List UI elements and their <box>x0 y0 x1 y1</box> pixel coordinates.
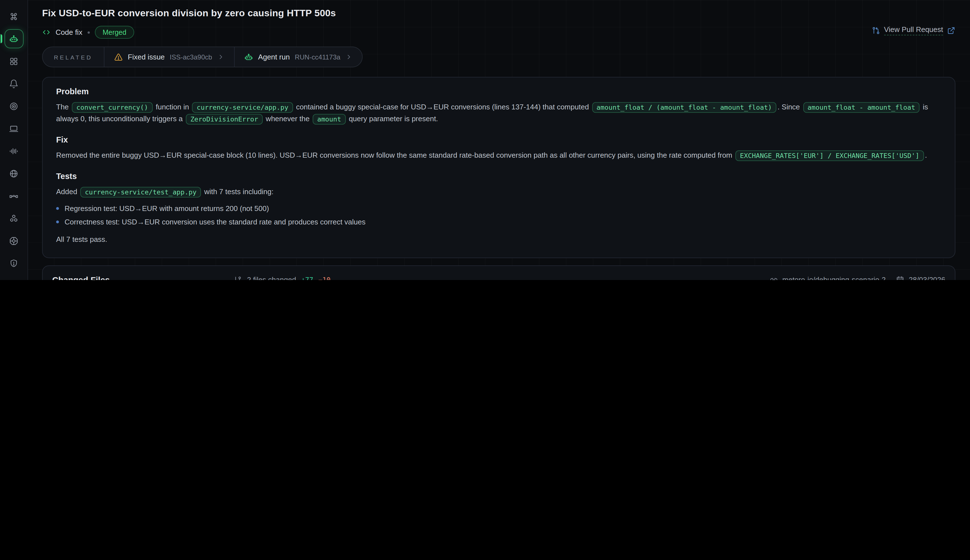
inline-code-chip: currency-service/app.py <box>192 102 293 113</box>
chevron-right-icon <box>346 53 353 61</box>
text-run: function in <box>154 103 191 111</box>
external-link-icon <box>947 26 955 35</box>
sidebar-item-command[interactable] <box>4 7 23 26</box>
git-branch-icon <box>234 276 242 280</box>
robot-icon <box>244 52 253 62</box>
sidebar-item-waveform[interactable] <box>4 142 23 160</box>
related-item-label: Fixed issue <box>128 53 165 61</box>
related-fixed-issue[interactable]: Fixed issue ISS-ac3a90cb <box>104 47 234 67</box>
view-pull-request-link[interactable]: View Pull Request <box>871 25 955 35</box>
related-label: RELATED <box>43 53 104 60</box>
sidebar-item-shield-alert[interactable] <box>4 253 23 273</box>
text-run: whenever the <box>264 115 312 123</box>
repo-meta: metoro-io/debugging-scenario-2 28/03/202… <box>769 276 945 280</box>
sidebar-item-cubes[interactable] <box>4 209 23 228</box>
tests-bullet-list: Regression test: USD→EUR with amount ret… <box>56 205 942 227</box>
related-item-id: ISS-ac3a90cb <box>170 53 212 61</box>
dot-separator <box>87 31 90 33</box>
text-run: contained a buggy special-case for USD→E… <box>294 103 591 111</box>
repo-link[interactable]: metoro-io/debugging-scenario-2 <box>769 276 886 280</box>
main-content: Fix USD-to-EUR conversion division by ze… <box>28 0 970 280</box>
related-item-label: Agent run <box>258 53 290 61</box>
text-run: The <box>56 103 71 111</box>
bullet-text: Regression test: USD→EUR with amount ret… <box>65 205 269 213</box>
bullet-text: Correctness test: USD→EUR conversion use… <box>65 218 366 227</box>
header-meta-row: Code fix Merged View Pull Request <box>42 25 955 40</box>
chevron-right-icon <box>217 53 225 61</box>
page-title: Fix USD-to-EUR conversion division by ze… <box>42 8 955 19</box>
test-bullet: Regression test: USD→EUR with amount ret… <box>56 205 942 213</box>
diff-stats: 2 files changed +77 −10 <box>234 276 331 280</box>
sidebar-item-dashboard-grid[interactable] <box>4 52 23 71</box>
text-run: query parameter is present. <box>347 115 438 123</box>
sidebar-nav <box>4 7 23 280</box>
related-agent-run[interactable]: Agent run RUN-cc41173a <box>234 47 362 67</box>
changed-files-card: Changed Files 2 files changed +77 −10 me… <box>42 266 955 280</box>
text-run: with 7 tests including: <box>202 188 273 196</box>
inline-code-chip: amount_float / (amount_float - amount_fl… <box>592 102 776 113</box>
sidebar-item-globe[interactable] <box>4 164 23 183</box>
repo-name: metoro-io/debugging-scenario-2 <box>782 276 886 280</box>
view-pull-request-label: View Pull Request <box>884 25 943 35</box>
calendar-icon <box>896 276 904 280</box>
changed-files-header: Changed Files 2 files changed +77 −10 me… <box>52 275 945 280</box>
sidebar <box>0 0 28 280</box>
sidebar-item-pipeline[interactable] <box>4 186 23 205</box>
inline-code-chip: EXCHANGE_RATES['EUR'] / EXCHANGE_RATES['… <box>735 150 924 161</box>
problem-paragraph: The convert_currency() function in curre… <box>56 101 942 125</box>
problem-heading: Problem <box>56 87 942 96</box>
sidebar-item-telescope[interactable] <box>4 276 23 280</box>
related-bar: RELATED Fixed issue ISS-ac3a90cb Agent r… <box>42 47 363 67</box>
run-type-label: Code fix <box>55 28 82 37</box>
test-bullet: Correctness test: USD→EUR conversion use… <box>56 218 942 227</box>
related-item-id: RUN-cc41173a <box>295 53 340 61</box>
sidebar-item-robot[interactable] <box>4 29 23 48</box>
link-icon <box>769 276 778 280</box>
deletions-count: −10 <box>318 276 331 280</box>
date-label: 28/03/2026 <box>909 276 945 280</box>
inline-code-chip: currency-service/test_app.py <box>80 187 201 198</box>
sidebar-item-mesh-gear[interactable] <box>4 231 23 250</box>
changed-files-heading: Changed Files <box>52 275 222 280</box>
text-run: . Since <box>778 103 802 111</box>
status-badge: Merged <box>95 26 134 39</box>
inline-code-chip: ZeroDivisionError <box>186 113 263 124</box>
additions-count: +77 <box>301 276 313 280</box>
text-run: . <box>925 151 927 159</box>
fix-paragraph: Removed the entire buggy USD→EUR special… <box>56 149 942 161</box>
sidebar-item-laptop[interactable] <box>4 119 23 138</box>
files-changed-count: 2 files changed <box>247 276 296 280</box>
app-window: Fix USD-to-EUR conversion division by ze… <box>0 0 970 280</box>
inline-code-chip: amount_float - amount_float <box>803 102 920 113</box>
warning-triangle-icon <box>114 52 123 62</box>
bullet-dot <box>56 221 59 223</box>
tests-intro: Added currency-service/test_app.py with … <box>56 186 942 198</box>
fix-heading: Fix <box>56 135 942 144</box>
bullet-dot <box>56 207 59 210</box>
text-run: Added <box>56 188 79 196</box>
text-run: Removed the entire buggy USD→EUR special… <box>56 151 734 159</box>
code-brackets-icon <box>42 28 50 37</box>
tests-footer: All 7 tests pass. <box>56 234 942 245</box>
date-group: 28/03/2026 <box>896 276 945 280</box>
tests-heading: Tests <box>56 172 942 181</box>
sidebar-item-bell[interactable] <box>4 74 23 93</box>
inline-code-chip: convert_currency() <box>72 102 153 113</box>
inline-code-chip: amount <box>313 113 346 124</box>
sidebar-item-radar[interactable] <box>4 97 23 116</box>
pull-request-icon <box>871 26 880 35</box>
summary-card: Problem The convert_currency() function … <box>42 77 955 258</box>
